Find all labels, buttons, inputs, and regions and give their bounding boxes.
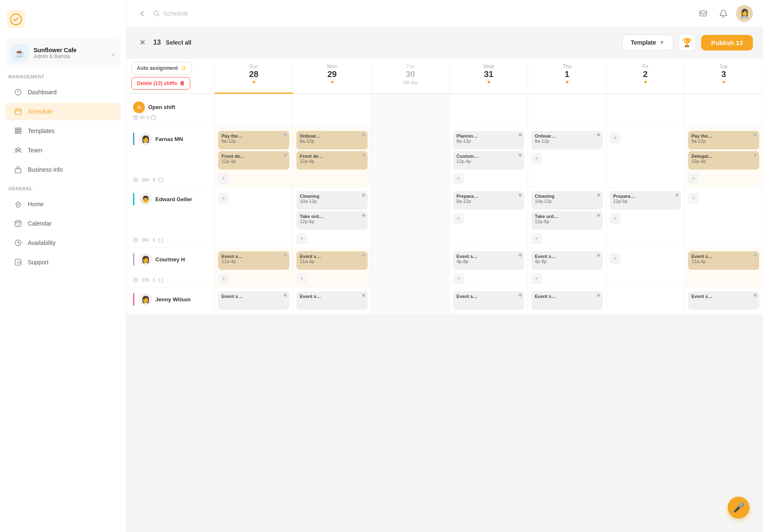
shift-card[interactable]: Event s… 11a-4p xyxy=(688,251,759,270)
template-button[interactable]: Template ▼ xyxy=(622,35,673,51)
user-avatar[interactable]: 👩‍⚕️ xyxy=(736,5,753,22)
shift-card[interactable]: Prepara… 8a-12p xyxy=(453,191,524,210)
shift-card[interactable]: Front de… 12p-4p xyxy=(218,151,289,170)
jenny-cell-sat[interactable]: Event s… xyxy=(685,288,763,314)
collapse-sidebar-button[interactable] xyxy=(136,8,148,19)
shift-card[interactable]: Event s… xyxy=(296,291,368,310)
edward-cell-thu[interactable]: Cleaning 10a-12p Take ord… 12p-6p + xyxy=(528,188,606,248)
shift-card[interactable]: Prepara… 12p-6p xyxy=(610,191,681,210)
shift-card[interactable]: Delegat… 12p-4p xyxy=(688,151,759,170)
auto-assignment-button[interactable]: Auto assignment ✨ xyxy=(131,62,192,74)
messages-button[interactable] xyxy=(696,6,711,21)
add-shift-button[interactable]: + xyxy=(610,133,621,144)
add-shift-button[interactable]: + xyxy=(531,233,542,244)
add-shift-button[interactable]: + xyxy=(531,153,542,164)
farnaz-cell-fri[interactable]: + xyxy=(606,128,685,188)
shift-card[interactable]: Front de… 12p-4p xyxy=(296,151,368,170)
courtney-cell-sat[interactable]: Event s… 11a-4p xyxy=(685,248,763,288)
shift-card[interactable]: Event s… 4p-8p xyxy=(453,251,524,270)
jenny-cell-wed[interactable]: Event s… xyxy=(450,288,528,314)
add-shift-button[interactable]: + xyxy=(610,253,621,264)
courtney-cell-wed[interactable]: Event s… 4p-8p + xyxy=(450,248,528,288)
shift-card[interactable]: Take ord… 12p-6p xyxy=(296,211,368,230)
edward-cell-sun[interactable]: + xyxy=(215,188,293,248)
clock-icon xyxy=(133,277,138,282)
close-selection-button[interactable]: ✕ xyxy=(136,37,148,48)
add-shift-button[interactable]: + xyxy=(610,213,621,224)
col-date-fri: 2 xyxy=(610,69,681,79)
jenny-cell-mon[interactable]: Event s… xyxy=(293,288,371,314)
shift-card[interactable]: Event s… 11a-4p xyxy=(296,251,368,270)
add-shift-button[interactable]: + xyxy=(218,273,229,284)
add-shift-button[interactable]: + xyxy=(296,273,307,284)
sidebar-item-support[interactable]: 24 Support xyxy=(5,253,121,271)
sidebar-item-availability[interactable]: Availability xyxy=(5,234,121,252)
edward-cell-fri[interactable]: Prepara… 12p-6p + xyxy=(606,188,685,248)
sidebar-item-templates[interactable]: Templates xyxy=(5,122,121,140)
fab-button[interactable]: 🎤 xyxy=(728,497,750,519)
sidebar-item-dashboard[interactable]: Dashboard xyxy=(5,83,121,101)
shift-card[interactable]: Event s… 4p-8p xyxy=(531,251,603,270)
home-icon xyxy=(13,200,23,209)
jenny-cell-fri[interactable] xyxy=(606,288,685,314)
edward-cell-wed[interactable]: Prepara… 8a-12p + xyxy=(450,188,528,248)
sidebar-item-calendar[interactable]: 31 Calendar xyxy=(5,215,121,232)
calendar-small-icon xyxy=(158,277,163,282)
add-shift-button[interactable]: + xyxy=(218,173,229,184)
notifications-button[interactable] xyxy=(716,6,731,21)
courtney-hours: 23h xyxy=(141,277,149,282)
add-shift-button[interactable]: + xyxy=(218,193,229,204)
add-shift-button[interactable]: + xyxy=(453,273,464,284)
shift-card[interactable]: Plannin… 8a-12p xyxy=(453,131,524,149)
add-shift-button[interactable]: + xyxy=(453,173,464,184)
shift-card[interactable]: Event s… 11a-4p xyxy=(218,251,289,270)
farnaz-cell-thu[interactable]: Onboar… 8a-12p + xyxy=(528,128,606,188)
trophy-button[interactable]: 🏆 xyxy=(678,34,696,51)
app-logo-icon xyxy=(10,13,22,25)
edward-cell-mon[interactable]: Cleaning 10a-12p Take ord… 12p-6p + xyxy=(293,188,371,248)
shift-card[interactable]: Event s… xyxy=(531,291,603,310)
jenny-cell-thu[interactable]: Event s… xyxy=(528,288,606,314)
farnaz-cell-wed[interactable]: Plannin… 8a-12p Custom… 12p-4p + xyxy=(450,128,528,188)
shift-card[interactable]: Onboar… 8a-12p xyxy=(296,131,368,149)
add-shift-button[interactable]: + xyxy=(531,273,542,284)
sidebar-item-home[interactable]: Home xyxy=(5,195,121,213)
shift-card[interactable]: Custom… 12p-4p xyxy=(453,151,524,170)
shift-card[interactable]: Take ord… 12p-6p xyxy=(531,211,603,230)
shift-card[interactable]: Event s… xyxy=(453,291,524,310)
shift-card[interactable]: Cleaning 10a-12p xyxy=(531,191,603,210)
sidebar-item-schedule[interactable]: Schedule xyxy=(5,103,121,120)
business-selector[interactable]: ☕ Sunflower Cafe Admin & Barista ⌄ xyxy=(5,39,121,67)
col-date-wed: 31 xyxy=(453,69,524,79)
open-shift-cell-wed xyxy=(450,94,528,128)
farnaz-cell-sat[interactable]: Pay the… 8a-12p Delegat… 12p-4p + xyxy=(685,128,763,188)
add-shift-button[interactable]: + xyxy=(688,193,699,204)
add-shift-button[interactable]: + xyxy=(453,213,464,224)
publish-button[interactable]: Publish 13 xyxy=(701,35,753,51)
shift-dot xyxy=(597,254,600,257)
add-shift-button[interactable]: + xyxy=(688,173,699,184)
svg-rect-23 xyxy=(159,238,163,242)
shift-card[interactable]: Event s… xyxy=(218,291,289,310)
sidebar-item-business[interactable]: Business info xyxy=(5,161,121,178)
farnaz-cell-sun[interactable]: Pay the… 8a-12p Front de… 12p-4p + xyxy=(215,128,293,188)
farnaz-cell-mon[interactable]: Onboar… 8a-12p Front de… 12p-4p xyxy=(293,128,371,188)
shift-card[interactable]: Cleaning 10a-12p xyxy=(296,191,368,210)
svg-rect-2 xyxy=(15,109,21,114)
shift-time: 12p-6p xyxy=(613,199,678,204)
shift-card[interactable]: Pay the… 8a-12p xyxy=(688,131,759,149)
shift-card[interactable]: Pay the… 8a-12p xyxy=(218,131,289,149)
shift-title: Pay the… xyxy=(691,133,756,138)
sidebar-item-team[interactable]: Team xyxy=(5,141,121,159)
courtney-cell-mon[interactable]: Event s… 11a-4p + xyxy=(293,248,371,288)
shift-card[interactable]: Onboar… 8a-12p xyxy=(531,131,603,149)
courtney-cell-sun[interactable]: Event s… 11a-4p + xyxy=(215,248,293,288)
select-all-button[interactable]: Select all xyxy=(166,39,192,46)
courtney-cell-thu[interactable]: Event s… 4p-8p + xyxy=(528,248,606,288)
courtney-cell-fri[interactable]: + xyxy=(606,248,685,288)
add-shift-button[interactable]: + xyxy=(296,233,307,244)
edward-cell-sat[interactable]: + xyxy=(685,188,763,248)
delete-shifts-button[interactable]: Delete (13) shifts 🗑 xyxy=(131,77,190,90)
jenny-cell-sun[interactable]: Event s… xyxy=(215,288,293,314)
shift-card[interactable]: Event s… xyxy=(688,291,759,310)
